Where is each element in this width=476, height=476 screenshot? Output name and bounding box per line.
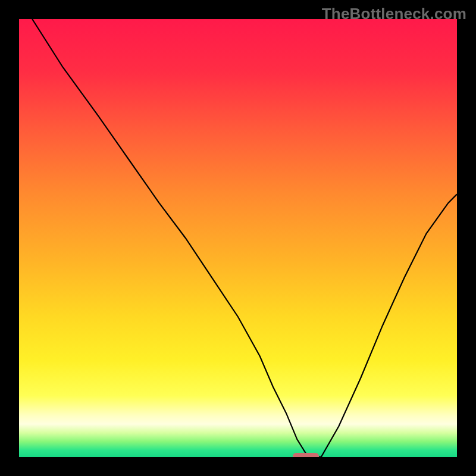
bottleneck-curve bbox=[19, 19, 457, 457]
watermark-text: TheBottleneck.com bbox=[322, 5, 466, 23]
optimal-marker bbox=[293, 453, 319, 457]
plot-area bbox=[19, 19, 457, 457]
